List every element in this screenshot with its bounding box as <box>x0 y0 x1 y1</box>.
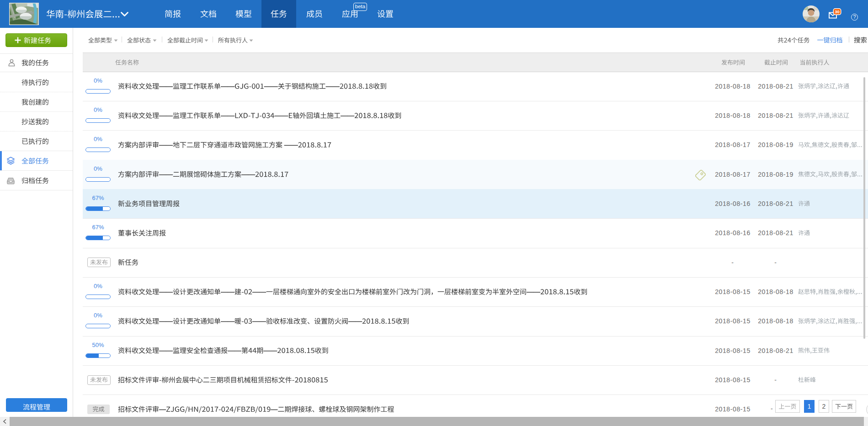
svg-text:30: 30 <box>835 9 840 14</box>
